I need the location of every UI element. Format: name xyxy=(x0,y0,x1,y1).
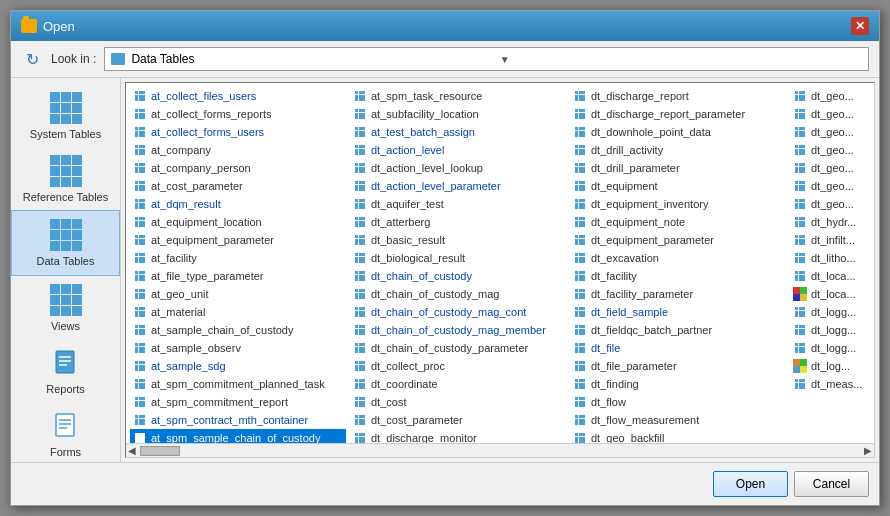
list-item[interactable]: dt_cost xyxy=(350,393,566,411)
list-item[interactable]: dt_basic_result xyxy=(350,231,566,249)
scrollbar-thumb[interactable] xyxy=(140,446,180,456)
list-item[interactable]: at_collect_forms_users xyxy=(130,123,346,141)
list-item[interactable]: dt_finding xyxy=(570,375,786,393)
list-item[interactable]: dt_equipment_note xyxy=(570,213,786,231)
list-item[interactable]: dt_geo... xyxy=(790,87,874,105)
table-icon xyxy=(133,269,147,283)
list-item[interactable]: at_spm_contract_mth_container xyxy=(130,411,346,429)
list-item[interactable]: dt_biological_result xyxy=(350,249,566,267)
list-item[interactable]: dt_discharge_report_parameter xyxy=(570,105,786,123)
close-button[interactable]: ✕ xyxy=(851,17,869,35)
list-item[interactable]: at_equipment_parameter xyxy=(130,231,346,249)
list-item[interactable]: dt_downhole_point_data xyxy=(570,123,786,141)
file-list[interactable]: at_collect_files_users at_collect_forms_… xyxy=(126,83,874,443)
list-item[interactable]: dt_loca... xyxy=(790,267,874,285)
list-item[interactable]: dt_drill_parameter xyxy=(570,159,786,177)
scroll-left-arrow[interactable]: ◀ xyxy=(126,445,138,456)
list-item[interactable]: at_equipment_location xyxy=(130,213,346,231)
list-item[interactable]: at_geo_unit xyxy=(130,285,346,303)
list-item[interactable]: dt_litho... xyxy=(790,249,874,267)
list-item[interactable]: dt_geo... xyxy=(790,177,874,195)
list-item[interactable]: at_spm_sample_chain_of_custody xyxy=(130,429,346,443)
sidebar-label-system-tables: System Tables xyxy=(30,128,101,141)
list-item[interactable]: dt_chain_of_custody xyxy=(350,267,566,285)
sidebar-item-reference-tables[interactable]: Reference Tables xyxy=(11,147,120,210)
list-item[interactable]: at_sample_observ xyxy=(130,339,346,357)
table-icon xyxy=(133,413,147,427)
list-item[interactable]: at_subfacility_location xyxy=(350,105,566,123)
list-item[interactable]: at_collect_files_users xyxy=(130,87,346,105)
list-item[interactable]: at_sample_sdg xyxy=(130,357,346,375)
list-item[interactable]: at_collect_forms_reports xyxy=(130,105,346,123)
horizontal-scrollbar[interactable]: ◀ ▶ xyxy=(126,443,874,457)
list-item[interactable]: dt_hydr... xyxy=(790,213,874,231)
refresh-button[interactable]: ↻ xyxy=(21,48,43,70)
list-item[interactable]: dt_cost_parameter xyxy=(350,411,566,429)
list-item[interactable]: dt_facility xyxy=(570,267,786,285)
list-item[interactable]: dt_geo... xyxy=(790,159,874,177)
list-item[interactable]: dt_discharge_report xyxy=(570,87,786,105)
list-item[interactable]: at_dqm_result xyxy=(130,195,346,213)
list-item[interactable]: dt_collect_proc xyxy=(350,357,566,375)
list-item[interactable]: dt_drill_activity xyxy=(570,141,786,159)
list-item[interactable]: at_spm_commitment_planned_task xyxy=(130,375,346,393)
sidebar-item-system-tables[interactable]: System Tables xyxy=(11,84,120,147)
list-item[interactable]: dt_discharge_monitor xyxy=(350,429,566,443)
list-item[interactable]: at_material xyxy=(130,303,346,321)
list-item[interactable]: at_company xyxy=(130,141,346,159)
list-item[interactable]: dt_infilt... xyxy=(790,231,874,249)
list-item[interactable]: at_facility xyxy=(130,249,346,267)
list-item[interactable]: dt_excavation xyxy=(570,249,786,267)
list-item[interactable]: dt_geo... xyxy=(790,105,874,123)
sidebar-item-views[interactable]: Views xyxy=(11,276,120,339)
look-in-dropdown[interactable]: Data Tables ▼ xyxy=(104,47,869,71)
list-item[interactable]: dt_chain_of_custody_mag xyxy=(350,285,566,303)
scroll-right-arrow[interactable]: ▶ xyxy=(862,445,874,456)
list-item[interactable]: dt_coordinate xyxy=(350,375,566,393)
list-item[interactable]: dt_logg... xyxy=(790,321,874,339)
title-bar: Open ✕ xyxy=(11,11,879,41)
list-item[interactable]: dt_facility_parameter xyxy=(570,285,786,303)
list-item[interactable]: dt_logg... xyxy=(790,339,874,357)
list-item[interactable]: dt_chain_of_custody_mag_cont xyxy=(350,303,566,321)
list-item[interactable]: dt_atterberg xyxy=(350,213,566,231)
list-item[interactable]: dt_geo... xyxy=(790,141,874,159)
list-item[interactable]: dt_chain_of_custody_parameter xyxy=(350,339,566,357)
list-item[interactable]: dt_action_level_parameter xyxy=(350,177,566,195)
open-button[interactable]: Open xyxy=(713,471,788,497)
list-item[interactable]: dt_file_parameter xyxy=(570,357,786,375)
list-item[interactable]: dt_log... xyxy=(790,357,874,375)
sidebar-item-forms[interactable]: Forms xyxy=(11,402,120,462)
list-item[interactable]: dt_flow_measurement xyxy=(570,411,786,429)
sidebar-item-data-tables[interactable]: Data Tables xyxy=(11,210,120,275)
look-in-label: Look in : xyxy=(51,52,96,66)
list-item[interactable]: dt_equipment_inventory xyxy=(570,195,786,213)
list-item[interactable]: at_file_type_parameter xyxy=(130,267,346,285)
table-icon xyxy=(793,161,807,175)
list-item[interactable]: at_cost_parameter xyxy=(130,177,346,195)
list-item[interactable]: dt_geo... xyxy=(790,123,874,141)
list-item[interactable]: at_company_person xyxy=(130,159,346,177)
list-item[interactable]: dt_file xyxy=(570,339,786,357)
list-item[interactable]: at_spm_task_resource xyxy=(350,87,566,105)
cancel-button[interactable]: Cancel xyxy=(794,471,869,497)
list-item[interactable]: dt_chain_of_custody_mag_member xyxy=(350,321,566,339)
list-item[interactable]: dt_loca... xyxy=(790,285,874,303)
list-item[interactable]: dt_aquifer_test xyxy=(350,195,566,213)
sidebar-item-reports[interactable]: Reports xyxy=(11,339,120,402)
table-icon xyxy=(133,143,147,157)
list-item[interactable]: dt_equipment xyxy=(570,177,786,195)
list-item[interactable]: dt_flow xyxy=(570,393,786,411)
list-item[interactable]: dt_fieldqc_batch_partner xyxy=(570,321,786,339)
list-item[interactable]: dt_equipment_parameter xyxy=(570,231,786,249)
list-item[interactable]: at_spm_commitment_report xyxy=(130,393,346,411)
list-item[interactable]: dt_meas... xyxy=(790,375,874,393)
list-item[interactable]: dt_geo... xyxy=(790,195,874,213)
list-item[interactable]: dt_field_sample xyxy=(570,303,786,321)
list-item[interactable]: dt_action_level xyxy=(350,141,566,159)
list-item[interactable]: dt_geo_backfill xyxy=(570,429,786,443)
list-item[interactable]: dt_action_level_lookup xyxy=(350,159,566,177)
list-item[interactable]: at_sample_chain_of_custody xyxy=(130,321,346,339)
list-item[interactable]: dt_logg... xyxy=(790,303,874,321)
list-item[interactable]: at_test_batch_assign xyxy=(350,123,566,141)
